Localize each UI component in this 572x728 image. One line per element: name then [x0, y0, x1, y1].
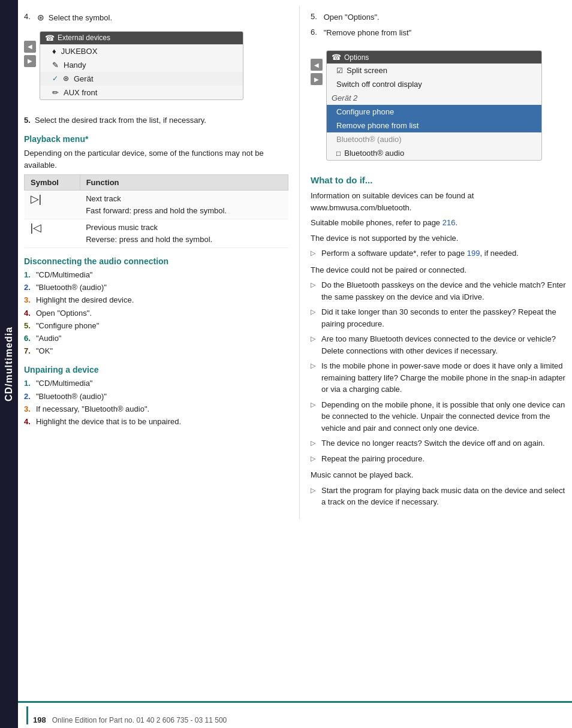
bluetooth-check-icon: □ [336, 149, 341, 158]
nav-arrow-left[interactable]: ◀ [24, 41, 36, 53]
step-num-3: 3. [24, 295, 34, 306]
options-box: ☎ Options ☑ Split screen Switch off cont… [326, 50, 542, 161]
unpair-step-4: 4. [24, 416, 34, 427]
footer-accent-line [26, 706, 28, 724]
options-gerat-2: Gerät 2 [327, 91, 541, 105]
aux-icon: ✏ [52, 88, 59, 97]
list-item: 4. Open "Options". [24, 308, 288, 319]
step-num-1: 1. [24, 270, 34, 280]
what-to-do-heading: What to do if... [311, 175, 566, 185]
prev-track-desc: Previous music track Reverse: press and … [80, 219, 288, 248]
external-devices-icon: ☎ [45, 34, 55, 43]
bullet-4-text: Is the mobile phone in power-save mode o… [321, 360, 566, 395]
bullet-arrow-5: ▷ [311, 400, 318, 410]
options-icon: ☎ [332, 53, 341, 62]
step-text-3: Highlight the desired device. [36, 295, 134, 306]
step-text-5: "Configure phone" [36, 321, 99, 331]
unpair-text-1: "CD/Multimedia" [36, 378, 92, 389]
right-column: 5. Open "Options". 6. "Remove phone from… [300, 6, 572, 519]
list-item: 5. "Configure phone" [24, 321, 288, 331]
gerat-symbol-icon: ⊛ [63, 74, 69, 83]
step-num-7: 7. [24, 346, 34, 357]
device-box-body: ♦ JUKEBOX ✎ Handy ✓ ⊛ Gerät ✏ AUX fron [40, 44, 243, 99]
handy-icon: ✎ [52, 61, 59, 70]
symbol-table: Symbol Function ▷| Next track Fast forwa… [24, 174, 288, 248]
list-item: ▷ Repeat the pairing procedure. [311, 453, 566, 465]
prev-track-icon: |◁ [31, 222, 42, 234]
list-item: ▷ Depending on the mobile phone, it is p… [311, 399, 566, 434]
right-step-5: 5. Open "Options". [311, 12, 566, 23]
device-item-aux[interactable]: ✏ AUX front [40, 86, 243, 99]
playback-heading: Playback menu* [24, 134, 288, 144]
list-item: 2. "Bluetooth® (audio)" [24, 391, 288, 402]
list-item: 1. "CD/Multimedia" [24, 270, 288, 280]
sidebar-label-text: CD/multimedia [4, 327, 14, 401]
list-item: ▷ Start the program for playing back mus… [311, 485, 566, 508]
step-4-text: ⊛ Select the symbol. [37, 12, 112, 24]
music-bullets: ▷ Start the program for playing back mus… [311, 485, 566, 508]
options-title: Options [344, 53, 369, 62]
right-step-6-text: "Remove phone from list" [324, 28, 412, 38]
options-remove-phone[interactable]: Remove phone from list [327, 119, 541, 132]
list-item: ▷ Do the Bluetooth passkeys on the devic… [311, 279, 566, 303]
unpair-text-3: If necessary, "Bluetooth® audio". [36, 404, 149, 415]
check-icon: ✓ [52, 74, 58, 83]
options-split-screen[interactable]: ☑ Split screen [327, 64, 541, 77]
next-track-desc: Next track Fast forward: press and hold … [80, 191, 288, 219]
bullet-arrow-7: ▷ [311, 454, 318, 464]
step-5-num: 5. [24, 116, 31, 125]
footer-page-number: 198 [33, 715, 46, 724]
list-item: ▷ Are too many Bluetooth devices connect… [311, 333, 566, 357]
device-item-jukebox[interactable]: ♦ JUKEBOX [40, 44, 243, 58]
intro-2: Suitable mobile phones, refer to page 21… [311, 217, 566, 229]
unpair-step-2: 2. [24, 391, 34, 402]
col-function: Function [80, 175, 288, 191]
step-4-num: 4. [24, 12, 35, 21]
step-text-7: "OK" [36, 346, 53, 357]
table-row: ▷| Next track Fast forward: press and ho… [25, 191, 288, 219]
unpair-text-2: "Bluetooth® (audio)" [36, 391, 107, 402]
options-switch-off[interactable]: Switch off control display [327, 77, 541, 91]
intro-3: The device is not supported by the vehic… [311, 232, 566, 244]
device-nav-arrows: ◀ ▶ [24, 26, 36, 67]
intro-2-page-link[interactable]: 216 [442, 218, 456, 227]
list-item: 3. Highlight the desired device. [24, 295, 288, 306]
options-nav-right[interactable]: ▶ [311, 73, 323, 85]
right-step-6: 6. "Remove phone from list" [311, 28, 566, 38]
bullet-arrow-3: ▷ [311, 334, 318, 344]
step-text-6: "Audio" [36, 333, 61, 344]
bullet-arrow-1: ▷ [311, 280, 318, 290]
step-4-label: Select the symbol. [49, 13, 112, 22]
playback-para: Depending on the particular device, some… [24, 147, 288, 171]
table-row: |◁ Previous music track Reverse: press a… [25, 219, 288, 248]
bullet-5-text: Depending on the mobile phone, it is pos… [321, 399, 566, 434]
intro-1: Information on suitable devices can be f… [311, 190, 566, 213]
right-step-5-num: 5. [311, 12, 321, 21]
list-item: ▷ Did it take longer than 30 seconds to … [311, 306, 566, 330]
page-199-link[interactable]: 199 [467, 249, 480, 258]
list-item: 4. Highlight the device that is to be un… [24, 416, 288, 427]
step-5-text: 5. Select the desired track from the lis… [24, 114, 288, 126]
device-item-gerat[interactable]: ✓ ⊛ Gerät [40, 72, 243, 86]
options-outer: ◀ ▶ ☎ Options ☑ Split screen Switch off … [311, 46, 566, 169]
list-item: 1. "CD/Multimedia" [24, 378, 288, 389]
unpair-text-4: Highlight the device that is to be unpai… [36, 416, 181, 427]
step-num-6: 6. [24, 333, 34, 344]
options-configure-phone[interactable]: Configure phone [327, 105, 541, 119]
step-text-2: "Bluetooth® (audio)" [36, 282, 107, 293]
bullet-arrow-4: ▷ [311, 361, 318, 371]
device-item-handy[interactable]: ✎ Handy [40, 58, 243, 72]
device-outer: ◀ ▶ ☎ External devices ♦ JUKEBOX ✎ Handy [24, 26, 288, 107]
device-box-title: External devices [58, 34, 110, 42]
options-bluetooth-audio-check[interactable]: □ Bluetooth® audio [327, 146, 541, 160]
options-nav-left[interactable]: ◀ [311, 59, 323, 71]
bullet-3-text: Are too many Bluetooth devices connected… [321, 333, 566, 357]
list-item: 6. "Audio" [24, 333, 288, 344]
music-bullet-text: Start the program for playing back music… [321, 485, 566, 508]
list-item: 3. If necessary, "Bluetooth® audio". [24, 404, 288, 415]
unpair-step-1: 1. [24, 378, 34, 389]
device-box-header: ☎ External devices [40, 32, 243, 44]
disconnecting-heading: Disconnecting the audio connection [24, 256, 288, 266]
nav-arrow-right[interactable]: ▶ [24, 55, 36, 67]
unpair-step-3: 3. [24, 404, 34, 415]
